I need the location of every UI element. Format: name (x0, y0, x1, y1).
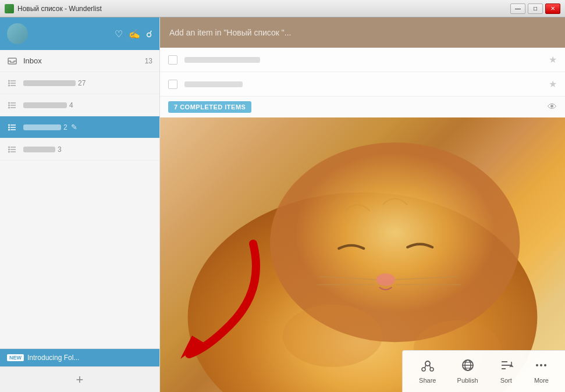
svg-point-51 (540, 364, 542, 366)
arrow-overlay (172, 232, 276, 360)
svg-point-22 (8, 146, 10, 148)
table-row: ★ (160, 72, 565, 97)
sidebar-item-list1[interactable]: 27 (0, 72, 159, 94)
app-icon (5, 4, 14, 13)
svg-point-5 (8, 82, 10, 84)
new-badge: NEW (7, 354, 24, 361)
sidebar: ♡ ✍ ☌ Inbox 13 (0, 17, 160, 392)
main-content: ★ ★ 7 COMPLETED ITEMS 👁 (160, 17, 565, 392)
share-label: Share (419, 377, 436, 384)
search-icon[interactable]: ☌ (146, 28, 152, 40)
task-list: ★ ★ (160, 48, 565, 97)
svg-point-52 (544, 364, 546, 366)
svg-point-6 (8, 84, 10, 86)
list3-label-blur (23, 124, 61, 130)
svg-point-4 (8, 80, 10, 81)
sidebar-item-list2[interactable]: 4 (0, 94, 159, 116)
list3-icon (7, 122, 17, 133)
minimize-button[interactable]: — (510, 3, 525, 14)
inbox-label: Inbox (23, 56, 143, 65)
promo-text: Introducing Fol... (27, 354, 79, 362)
chat-icon[interactable]: ✍ (129, 28, 140, 40)
sort-label: Sort (500, 377, 512, 384)
window-controls: — □ ✕ (510, 3, 560, 14)
svg-point-50 (536, 364, 538, 366)
inbox-count: 13 (145, 57, 152, 65)
sidebar-item-list4[interactable]: 3 (0, 138, 159, 161)
list4-label-blur (23, 147, 55, 152)
list2-label-blur (23, 102, 67, 108)
svg-point-12 (8, 106, 10, 108)
task-star-2[interactable]: ★ (549, 79, 557, 90)
svg-point-32 (283, 305, 383, 367)
task-star-1[interactable]: ★ (549, 54, 557, 65)
more-button[interactable]: More (527, 355, 556, 387)
share-icon (421, 359, 435, 375)
task-text-2 (184, 79, 549, 90)
sidebar-header: ♡ ✍ ☌ (0, 17, 159, 50)
add-item-input[interactable] (169, 28, 556, 37)
sidebar-item-inbox[interactable]: Inbox 13 (0, 50, 159, 72)
task-checkbox-2[interactable] (168, 80, 177, 89)
more-icon (534, 359, 548, 375)
list1-label-blur (23, 80, 76, 86)
avatar[interactable] (7, 23, 28, 44)
task-blur-1 (184, 57, 260, 63)
svg-point-10 (8, 102, 10, 104)
publish-button[interactable]: Publish (450, 355, 485, 387)
list1-icon (7, 78, 17, 88)
svg-line-39 (425, 365, 426, 368)
sidebar-item-list3[interactable]: 2 ✎ (0, 116, 159, 138)
list1-count: 27 (78, 79, 86, 87)
svg-point-11 (8, 104, 10, 106)
list4-icon (7, 144, 17, 155)
svg-point-23 (8, 148, 10, 150)
svg-point-24 (8, 151, 10, 152)
add-list-button[interactable]: + (0, 366, 159, 392)
inbox-icon (7, 56, 17, 66)
completed-bar: 7 COMPLETED ITEMS 👁 (160, 97, 565, 117)
edit-icon[interactable]: ✎ (71, 123, 77, 131)
sort-icon (499, 359, 513, 375)
title-text: Новый список - Wunderlist (17, 5, 510, 13)
list2-icon (7, 100, 17, 111)
table-row: ★ (160, 48, 565, 72)
promo-banner[interactable]: NEW Introducing Fol... (0, 349, 159, 366)
list3-count: 2 (63, 123, 67, 131)
task-blur-2 (184, 81, 243, 87)
more-label: More (534, 377, 549, 384)
close-button[interactable]: ✕ (545, 3, 560, 14)
svg-line-40 (429, 365, 431, 368)
svg-point-18 (8, 129, 10, 130)
list2-count: 4 (69, 101, 73, 109)
svg-point-17 (8, 126, 10, 128)
title-bar: Новый список - Wunderlist — □ ✕ (0, 0, 565, 17)
publish-icon (461, 359, 475, 375)
share-button[interactable]: Share (412, 355, 443, 387)
svg-point-16 (8, 124, 10, 126)
add-item-bar (160, 17, 565, 48)
bottom-toolbar: Share Publish (402, 350, 565, 392)
sidebar-footer: NEW Introducing Fol... + (0, 348, 159, 392)
eye-icon[interactable]: 👁 (548, 102, 557, 112)
svg-point-27 (376, 273, 395, 286)
sort-button[interactable]: Sort (492, 355, 520, 387)
task-checkbox-1[interactable] (168, 55, 177, 65)
bell-icon[interactable]: ♡ (115, 28, 123, 40)
list4-count: 3 (58, 145, 62, 154)
task-text-1 (184, 55, 549, 65)
header-icons: ♡ ✍ ☌ (115, 28, 152, 40)
maximize-button[interactable]: □ (528, 3, 543, 14)
app-body: ♡ ✍ ☌ Inbox 13 (0, 17, 565, 392)
publish-label: Publish (457, 377, 478, 384)
completed-items-button[interactable]: 7 COMPLETED ITEMS (168, 101, 251, 113)
